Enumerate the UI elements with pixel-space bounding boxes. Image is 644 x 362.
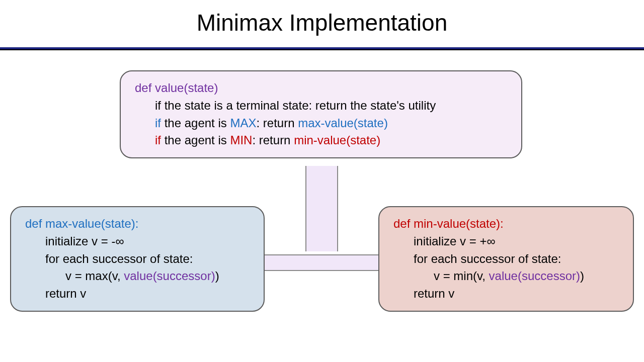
min-value-box: def min-value(state): initialize v = +∞ … (378, 206, 634, 312)
title-divider (0, 47, 644, 50)
min-update: v = min(v, value(successor)) (393, 267, 619, 285)
connector-vertical (305, 166, 338, 251)
value-line-terminal: if the state is a terminal state: return… (135, 97, 507, 115)
min-for: for each successor of state: (393, 250, 619, 268)
max-update: v = max(v, value(successor)) (25, 267, 250, 285)
if-kw: if (155, 116, 165, 130)
txt: ) (215, 269, 219, 283)
txt: : return (256, 116, 298, 130)
txt: v = min(v, (434, 269, 489, 283)
max-def: def max-value(state): (25, 215, 250, 233)
txt: : return (252, 133, 294, 147)
value-line-max: if the agent is MAX: return max-value(st… (135, 115, 507, 132)
value-line-min: if the agent is MIN: return min-value(st… (135, 132, 507, 149)
min-return: return v (393, 285, 619, 303)
max-value-box: def max-value(state): initialize v = -∞ … (10, 206, 265, 312)
txt: the agent is (165, 133, 230, 147)
txt: ) (580, 269, 584, 283)
max-for: for each successor of state: (25, 250, 250, 268)
min-kw: MIN (230, 133, 252, 147)
value-call: value(successor) (124, 269, 215, 283)
min-init: initialize v = +∞ (393, 233, 619, 250)
txt: the agent is (165, 116, 230, 130)
value-def: def value(state) (135, 79, 507, 97)
value-box: def value(state) if the state is a termi… (120, 70, 522, 158)
value-call: value(successor) (489, 269, 580, 283)
max-return: return v (25, 285, 250, 303)
if-kw: if (155, 133, 165, 147)
max-kw: MAX (230, 116, 256, 130)
page-title: Minimax Implementation (0, 0, 644, 36)
max-call: max-value(state) (298, 116, 388, 130)
txt: v = max(v, (65, 269, 124, 283)
min-def: def min-value(state): (393, 215, 619, 233)
max-init: initialize v = -∞ (25, 233, 250, 250)
min-call: min-value(state) (294, 133, 380, 147)
